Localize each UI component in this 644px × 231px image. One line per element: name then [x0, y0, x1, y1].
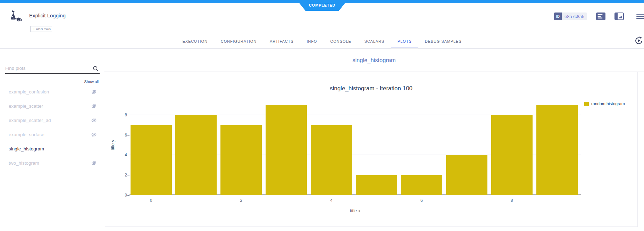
y-tick-mark: [127, 135, 129, 135]
y-tick-label: 8: [113, 113, 127, 117]
visibility-off-icon[interactable]: [91, 104, 97, 109]
tab-artifacts[interactable]: ARTIFACTS: [263, 35, 300, 48]
plot-list-item[interactable]: example_scatter_3d: [0, 113, 104, 127]
plot-item-label: two_histogram: [9, 160, 39, 166]
x-tick-label: 0: [141, 198, 161, 203]
tab-configuration[interactable]: CONFIGURATION: [214, 35, 263, 48]
y-tick-mark: [127, 115, 129, 115]
id-badge: ID: [554, 13, 562, 20]
tab-plots[interactable]: PLOTS: [391, 35, 418, 48]
plot-list: example_confusionexample_scatterexample_…: [0, 85, 104, 170]
details-icon[interactable]: [596, 13, 605, 20]
experiment-id-chip[interactable]: ID e8a7c8a5: [554, 13, 587, 20]
show-all-link[interactable]: Show all: [84, 80, 99, 84]
histogram-bar[interactable]: [175, 115, 217, 195]
side-panel-icon[interactable]: [614, 13, 624, 20]
histogram-bar[interactable]: [266, 105, 307, 195]
plots-sidebar: Show all example_confusionexample_scatte…: [0, 49, 104, 231]
plot-area: [129, 95, 581, 195]
tab-bar: EXECUTIONCONFIGURATIONARTIFACTSINFOCONSO…: [0, 35, 644, 49]
tab-info[interactable]: INFO: [300, 35, 324, 48]
y-tick-label: 0: [113, 193, 127, 198]
search-input[interactable]: [5, 64, 100, 74]
x-tick-label: 8: [501, 198, 522, 203]
tabs: EXECUTIONCONFIGURATIONARTIFACTSINFOCONSO…: [176, 35, 468, 48]
y-tick-mark: [127, 195, 129, 196]
plot-list-item[interactable]: example_surface: [0, 127, 104, 142]
plot-group-title: single_histogram: [104, 49, 644, 72]
y-tick-mark: [127, 175, 129, 175]
plot-item-label: example_scatter: [9, 104, 43, 109]
chart-title: single_histogram - Iteration 100: [105, 85, 637, 92]
histogram-bar[interactable]: [356, 175, 397, 195]
plot-item-label: example_confusion: [9, 89, 49, 94]
x-tick-label: 6: [411, 198, 432, 203]
tab-debug-samples[interactable]: DEBUG SAMPLES: [418, 35, 468, 48]
plot-item-label: example_scatter_3d: [9, 118, 51, 123]
plot-list-item[interactable]: single_histogram: [0, 142, 104, 156]
y-tick-label: 4: [113, 152, 127, 157]
histogram-bar[interactable]: [491, 115, 533, 195]
auto-refresh-icon[interactable]: [634, 36, 643, 45]
id-value: e8a7c8a5: [562, 13, 587, 20]
search-icon: [92, 65, 99, 73]
plots-panel: single_histogram single_histogram - Iter…: [104, 49, 644, 231]
plot-item-label: single_histogram: [9, 146, 44, 151]
plot-list-item[interactable]: example_confusion: [0, 85, 104, 99]
experiment-icon: [8, 9, 23, 24]
visibility-off-icon[interactable]: [91, 160, 97, 166]
menu-icon[interactable]: [636, 13, 644, 20]
x-tick-label: 2: [231, 198, 252, 203]
plot-list-item[interactable]: two_histogram: [0, 156, 104, 170]
visibility-off-icon[interactable]: [91, 118, 97, 123]
legend-item[interactable]: random histogram: [584, 101, 625, 106]
visibility-off-icon[interactable]: [91, 89, 97, 94]
status-badge: COMPLETED: [297, 0, 348, 11]
y-tick-label: 2: [113, 173, 127, 178]
plot-card: single_histogram - Iteration 100 title y…: [105, 72, 638, 227]
tab-console[interactable]: CONSOLE: [324, 35, 358, 48]
tab-scalars[interactable]: SCALARS: [358, 35, 391, 48]
histogram-bar[interactable]: [446, 155, 487, 195]
experiment-title: Explicit Logging: [29, 13, 66, 18]
plot-list-item[interactable]: example_scatter: [0, 99, 104, 113]
histogram-bar[interactable]: [401, 175, 442, 195]
plot-item-label: example_surface: [9, 132, 44, 137]
legend-swatch: [584, 102, 589, 106]
x-tick-label: 4: [321, 198, 342, 203]
visibility-off-icon[interactable]: [91, 132, 97, 137]
x-axis-title: title x: [129, 208, 581, 213]
histogram-bar[interactable]: [311, 125, 352, 195]
legend-label: random histogram: [591, 101, 625, 106]
histogram-bar[interactable]: [536, 105, 578, 195]
y-tick-mark: [127, 155, 129, 155]
add-tag-button[interactable]: + ADD TAG: [30, 26, 52, 32]
histogram-bar[interactable]: [220, 125, 262, 195]
tab-execution[interactable]: EXECUTION: [176, 35, 214, 48]
y-tick-label: 6: [113, 133, 127, 138]
histogram-bar[interactable]: [131, 125, 172, 195]
